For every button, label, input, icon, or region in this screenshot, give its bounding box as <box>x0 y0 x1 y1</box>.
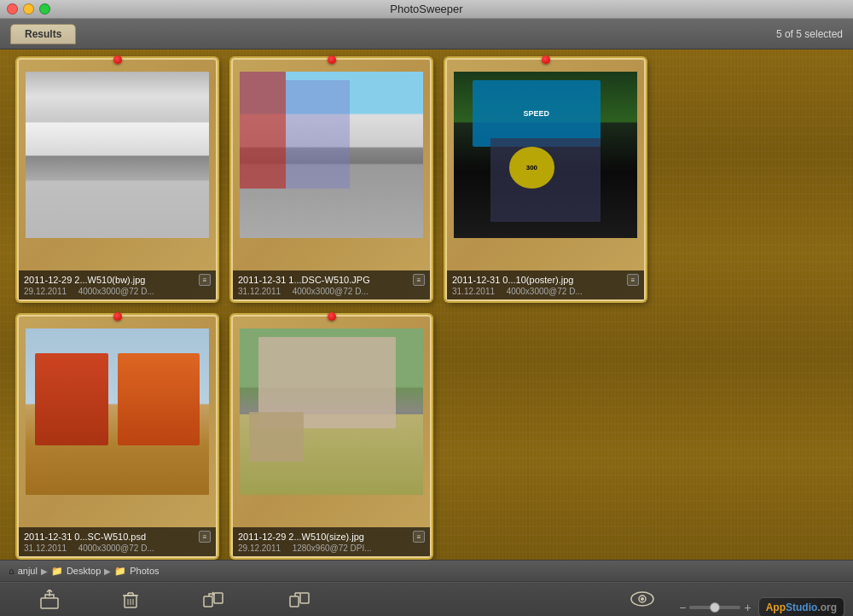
slider-thumb[interactable] <box>710 602 720 613</box>
photo-filename-4: 2011-12-31 0...SC-W510.psd <box>24 532 146 542</box>
copy-rename-button[interactable]: Copy & Rename <box>257 586 343 617</box>
photo-card-3[interactable]: SPEED 300 2011-12-31 0...10(poster).jpg … <box>445 58 646 301</box>
photo-meta-2: 31.12.2011 4000x3000@72 D... <box>238 287 425 296</box>
photo-meta-5: 29.12.2011 1280x960@72 DPI... <box>238 543 425 553</box>
home-icon: ⌂ <box>9 566 15 576</box>
photo-card-5[interactable]: 2011-12-29 2...W510(size).jpg ≡ 29.12.20… <box>231 315 432 558</box>
eye-icon <box>630 590 655 613</box>
badge-brand: AppStudio.org <box>766 601 837 613</box>
photo-card-1[interactable]: 2011-12-29 2...W510(bw).jpg ≡ 29.12.2011… <box>17 58 218 301</box>
zoom-in-icon[interactable]: + <box>744 601 751 614</box>
titlebar: PhotoSweeper <box>0 0 853 19</box>
move-to-trash-button[interactable]: Move to Trash <box>91 586 169 617</box>
pin-5 <box>328 312 336 321</box>
breadcrumb-arrow-1: ▶ <box>41 567 48 576</box>
photo-info-1: 2011-12-29 2...W510(bw).jpg ≡ 29.12.2011… <box>19 270 216 299</box>
app-title: PhotoSweeper <box>390 3 462 15</box>
take-out-icon <box>38 590 61 613</box>
photo-image-4 <box>26 328 209 495</box>
appsudio-badge: AppStudio.org <box>758 597 844 617</box>
move-rename-icon <box>202 590 224 613</box>
zoom-slider[interactable]: − + <box>679 601 751 614</box>
pin-2 <box>328 55 336 64</box>
pin-1 <box>113 55 122 64</box>
photo-info-4: 2011-12-31 0...SC-W510.psd ≡ 31.12.2011 … <box>19 527 216 556</box>
quick-look-button[interactable]: Quick Look <box>612 586 672 617</box>
breadcrumb-user[interactable]: anjul <box>18 566 38 576</box>
folder-icon-1: 📁 <box>51 566 63 577</box>
breadcrumb-arrow-2: ▶ <box>104 567 111 576</box>
trash-icon <box>120 590 141 613</box>
pin-4 <box>113 312 122 321</box>
photo-info-5: 2011-12-29 2...W510(size).jpg ≡ 29.12.20… <box>233 527 430 556</box>
info-icon-3[interactable]: ≡ <box>627 274 639 286</box>
window-controls <box>7 3 50 15</box>
pin-3 <box>542 55 550 64</box>
copy-rename-icon <box>288 590 310 613</box>
info-icon-4[interactable]: ≡ <box>199 531 211 543</box>
photo-image-1 <box>26 72 209 238</box>
move-rename-button[interactable]: Move & Rename <box>169 586 256 617</box>
photo-filename-1: 2011-12-29 2...W510(bw).jpg <box>24 275 145 285</box>
photo-grid: 2011-12-29 2...W510(bw).jpg ≡ 29.12.2011… <box>0 49 853 560</box>
svg-rect-0 <box>41 598 58 608</box>
breadcrumb-bar: ⌂ anjul ▶ 📁 Desktop ▶ 📁 Photos <box>0 560 853 582</box>
photo-card-2[interactable]: 2011-12-31 1...DSC-W510.JPG ≡ 31.12.2011… <box>231 58 432 301</box>
results-tab[interactable]: Results <box>10 24 76 44</box>
minimize-button[interactable] <box>23 3 34 15</box>
info-icon-2[interactable]: ≡ <box>413 274 425 286</box>
photo-image-3: SPEED 300 <box>454 72 637 238</box>
svg-point-18 <box>641 597 644 601</box>
info-icon-5[interactable]: ≡ <box>413 531 425 543</box>
photo-meta-4: 31.12.2011 4000x3000@72 D... <box>24 543 211 553</box>
svg-rect-11 <box>214 593 223 603</box>
header-bar: Results 5 of 5 selected <box>0 19 853 49</box>
photo-image-2 <box>240 72 423 238</box>
toolbar-left: Take out of Box Move to Trash <box>9 586 343 617</box>
toolbar-right: Quick Look − + AppStudio.org <box>612 586 844 617</box>
photo-info-3: 2011-12-31 0...10(poster).jpg ≡ 31.12.20… <box>447 270 644 299</box>
photo-info-2: 2011-12-31 1...DSC-W510.JPG ≡ 31.12.2011… <box>233 270 430 299</box>
svg-rect-10 <box>204 596 212 607</box>
svg-rect-12 <box>290 596 299 607</box>
breadcrumb-photos[interactable]: Photos <box>130 566 159 576</box>
photo-filename-5: 2011-12-29 2...W510(size).jpg <box>238 532 364 542</box>
svg-rect-13 <box>300 593 309 603</box>
breadcrumb-desktop[interactable]: Desktop <box>67 566 101 576</box>
close-button[interactable] <box>7 3 18 15</box>
take-out-button[interactable]: Take out of Box <box>9 586 91 617</box>
photo-meta-1: 29.12.2011 4000x3000@72 D... <box>24 287 211 296</box>
selection-count: 5 of 5 selected <box>776 28 843 40</box>
toolbar: Take out of Box Move to Trash <box>0 582 853 616</box>
info-icon-1[interactable]: ≡ <box>199 274 211 286</box>
zoom-out-icon[interactable]: − <box>679 601 686 614</box>
photo-meta-3: 31.12.2011 4000x3000@72 D... <box>452 287 639 296</box>
photo-card-4[interactable]: 2011-12-31 0...SC-W510.psd ≡ 31.12.2011 … <box>17 315 218 558</box>
maximize-button[interactable] <box>39 3 50 15</box>
photo-image-5 <box>240 328 423 495</box>
photo-filename-3: 2011-12-31 0...10(poster).jpg <box>452 275 573 285</box>
folder-icon-2: 📁 <box>114 566 126 577</box>
photo-filename-2: 2011-12-31 1...DSC-W510.JPG <box>238 275 370 285</box>
slider-track[interactable] <box>689 606 740 609</box>
